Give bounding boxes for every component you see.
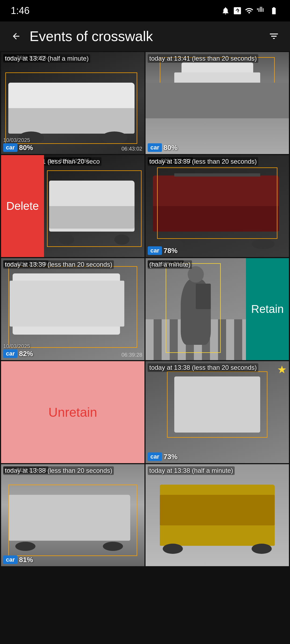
notification-icon [221,6,230,15]
class-badge-9: car [3,555,17,564]
confidence-4: 78% [164,247,177,255]
wifi-icon [245,6,253,15]
timestamp-10: today at 13:38 (half a minute) [148,466,235,475]
timestamp-6: (half a minute) [148,260,192,269]
confidence-5: 82% [19,350,33,358]
event-label-4: car 78% [148,246,177,255]
filter-button[interactable] [266,28,282,44]
confidence-9: 81% [19,556,33,564]
retain-action[interactable]: Retain [246,258,289,360]
event-cell-7[interactable]: Unretain ★ ss than 20 seconds) person: 7… [1,361,144,463]
event-cell-3[interactable]: Delete con: 82% 227285 today at 13:41 (l… [1,155,144,257]
event-label-1: car 80% [3,143,33,152]
confidence-2: 80% [164,144,177,152]
page-title: Events of crosswalk [30,28,260,44]
status-time: 1:46 [11,5,30,16]
confidence-8: 73% [164,453,177,461]
class-badge-5: car [3,349,17,358]
signal-icon [257,6,265,15]
timestamp-5: today at 13:39 (less than 20 seconds) [3,260,114,269]
event-label-2: car 80% [148,143,177,152]
unretain-action[interactable]: Unretain [1,361,144,463]
class-badge-4: car [148,246,162,255]
event-cell-1[interactable]: con: 76% 303156 today at 13:42 (half a m… [1,52,144,154]
star-icon-8: ★ [277,363,287,376]
app-bar: Events of crosswalk [0,21,290,51]
status-bar: 1:46 [0,0,290,21]
date-1: 10/03/2025 [3,137,30,143]
timestamp-8: today at 13:38 (less than 20 seconds) [148,363,258,372]
confidence-1: 80% [19,144,33,152]
event-label-5: car 82% [3,349,33,358]
back-button[interactable] [8,28,24,44]
event-cell-8[interactable]: ★ today at 13:38 (less than 20 seconds) … [146,361,289,463]
time-5: 06:39:28 [121,352,142,358]
time-1: 06:43:02 [121,146,142,152]
event-cell-6[interactable]: Retain con: 82% 204 (half a minute) [146,258,289,360]
delete-action[interactable]: Delete [1,155,44,257]
timestamp-2: today at 13:41 (less than 20 seconds) [148,54,258,63]
timestamp-1: today at 13:42 (half a minute) [3,54,90,63]
class-badge-8: car [148,452,162,461]
event-label-8: car 73% [148,452,177,461]
events-grid: con: 76% 303156 today at 13:42 (half a m… [0,51,290,567]
timestamp-9: today at 13:38 (less than 20 seconds) [3,466,114,475]
event-cell-9[interactable]: con: 81% 115434 today at 13:38 (less tha… [1,464,144,566]
event-cell-5[interactable]: con: 82% 296769 today at 13:39 (less tha… [1,258,144,360]
status-icons [221,6,279,15]
event-label-9: car 81% [3,555,33,564]
battery-icon [269,6,279,15]
event-cell-2[interactable]: today at 13:41 (less than 20 seconds) ca… [146,52,289,154]
nfc-icon [233,6,242,15]
class-badge-2: car [148,143,162,152]
event-cell-4[interactable]: con: 82% 222432 today at 13:39 (less tha… [146,155,289,257]
timestamp-4: today at 13:39 (less than 20 seconds) [148,157,258,166]
date-5: 10/03/2025 [3,343,30,349]
class-badge-1: car [3,143,17,152]
event-cell-10[interactable]: today at 13:38 (half a minute) [146,464,289,566]
